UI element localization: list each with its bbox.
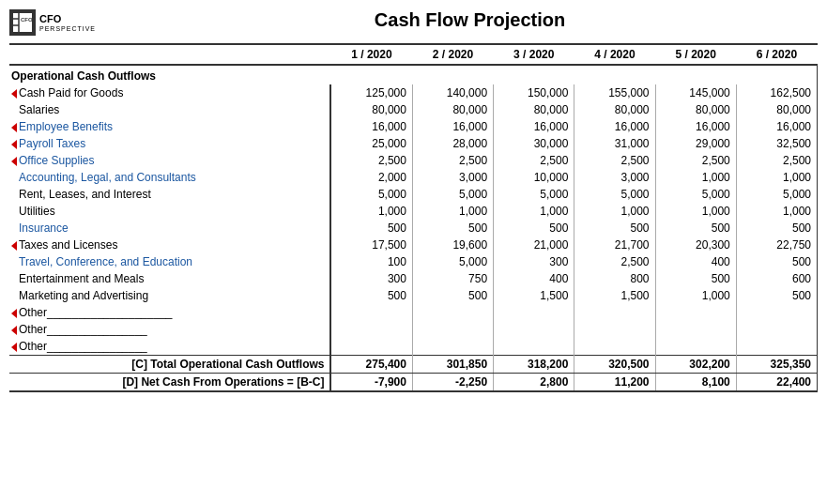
net-value-cell: 8,100	[655, 374, 736, 392]
value-cell	[412, 338, 493, 356]
value-cell: 2,500	[655, 152, 736, 169]
section-header-row: Operational Cash Outflows	[9, 65, 818, 84]
value-cell: 21,000	[494, 237, 574, 253]
value-cell: 80,000	[736, 101, 817, 118]
value-cell: 3,000	[412, 169, 493, 186]
net-label: [D] Net Cash From Operations = [B-C]	[9, 374, 330, 392]
value-cell	[655, 338, 736, 356]
value-cell: 2,500	[330, 152, 412, 169]
table-row: Rent, Leases, and Interest5,0005,0005,00…	[9, 186, 818, 203]
value-cell: 500	[574, 220, 655, 237]
table-row: Marketing and Advertising5005001,5001,50…	[9, 287, 818, 304]
col-header-5: 5 / 2020	[655, 44, 736, 65]
value-cell: 1,500	[574, 287, 655, 304]
value-cell: 2,500	[494, 152, 574, 169]
value-cell: 16,000	[412, 118, 493, 135]
total-value-cell: 320,500	[574, 356, 655, 374]
value-cell: 1,000	[736, 203, 817, 220]
value-cell: 80,000	[412, 101, 493, 118]
value-cell: 5,000	[574, 186, 655, 203]
value-cell: 125,000	[330, 84, 412, 101]
value-cell: 5,000	[412, 253, 493, 270]
value-cell: 800	[574, 270, 655, 287]
col-header-4: 4 / 2020	[574, 44, 655, 65]
row-label: Other________________	[9, 321, 330, 338]
value-cell: 16,000	[736, 118, 817, 135]
value-cell: 31,000	[574, 135, 655, 152]
value-cell: 500	[736, 253, 817, 270]
value-cell	[736, 321, 817, 338]
value-cell	[736, 304, 817, 321]
logo: CFO CFO PERSPECTIVE	[9, 9, 122, 36]
value-cell: 300	[494, 253, 574, 270]
row-label: Payroll Taxes	[9, 135, 330, 152]
value-cell: 5,000	[330, 186, 412, 203]
total-value-cell: 301,850	[412, 356, 493, 374]
value-cell: 22,750	[736, 237, 817, 253]
total-value-cell: 302,200	[655, 356, 736, 374]
row-label: Other________________	[9, 338, 330, 356]
net-value-cell: 22,400	[736, 374, 817, 392]
net-value-cell: 2,800	[494, 374, 574, 392]
value-cell: 500	[412, 220, 493, 237]
triangle-icon	[11, 343, 17, 352]
value-cell	[574, 304, 655, 321]
net-value-cell: 11,200	[574, 374, 655, 392]
col-header-1: 1 / 2020	[330, 44, 412, 65]
logo-icon: CFO	[9, 9, 36, 36]
value-cell	[736, 338, 817, 356]
value-cell: 2,500	[736, 152, 817, 169]
table-row: Employee Benefits16,00016,00016,00016,00…	[9, 118, 818, 135]
value-cell: 5,000	[412, 186, 493, 203]
value-cell: 2,500	[574, 152, 655, 169]
value-cell: 500	[736, 287, 817, 304]
row-label: Utilities	[9, 203, 330, 220]
value-cell	[494, 338, 574, 356]
value-cell: 25,000	[330, 135, 412, 152]
value-cell: 500	[330, 220, 412, 237]
page-title: Cash Flow Projection	[122, 9, 818, 31]
value-cell: 100	[330, 253, 412, 270]
total-value-cell: 318,200	[494, 356, 574, 374]
value-cell: 21,700	[574, 237, 655, 253]
table-row: Office Supplies2,5002,5002,5002,5002,500…	[9, 152, 818, 169]
row-label: Employee Benefits	[9, 118, 330, 135]
value-cell: 3,000	[574, 169, 655, 186]
row-label: Taxes and Licenses	[9, 237, 330, 253]
value-cell: 16,000	[330, 118, 412, 135]
table-row: Cash Paid for Goods125,000140,000150,000…	[9, 84, 818, 101]
value-cell: 16,000	[574, 118, 655, 135]
value-cell: 750	[412, 270, 493, 287]
row-label: Office Supplies	[9, 152, 330, 169]
table-row: Insurance500500500500500500	[9, 220, 818, 237]
value-cell: 1,000	[412, 203, 493, 220]
value-cell: 140,000	[412, 84, 493, 101]
value-cell: 2,000	[330, 169, 412, 186]
value-cell: 5,000	[494, 186, 574, 203]
row-label: Salaries	[9, 101, 330, 118]
row-label: Travel, Conference, and Education	[9, 253, 330, 270]
svg-text:CFO: CFO	[21, 17, 33, 23]
value-cell: 300	[330, 270, 412, 287]
net-row: [D] Net Cash From Operations = [B-C]-7,9…	[9, 374, 818, 392]
value-cell: 1,000	[655, 203, 736, 220]
table-row: Other________________	[9, 321, 818, 338]
value-cell: 32,500	[736, 135, 817, 152]
value-cell	[494, 321, 574, 338]
triangle-icon	[11, 140, 17, 149]
row-label: Accounting, Legal, and Consultants	[9, 169, 330, 186]
total-row: [C] Total Operational Cash Outflows275,4…	[9, 356, 818, 374]
value-cell: 162,500	[736, 84, 817, 101]
logo-name: CFO	[39, 13, 96, 25]
triangle-icon	[11, 123, 17, 132]
triangle-icon	[11, 157, 17, 166]
value-cell: 150,000	[494, 84, 574, 101]
value-cell	[330, 304, 412, 321]
value-cell: 20,300	[655, 237, 736, 253]
col-header-3: 3 / 2020	[494, 44, 574, 65]
value-cell: 500	[655, 220, 736, 237]
logo-sub: PERSPECTIVE	[39, 25, 96, 32]
row-label: Other____________________	[9, 304, 330, 321]
label-column-header	[9, 44, 330, 65]
value-cell: 1,000	[655, 169, 736, 186]
